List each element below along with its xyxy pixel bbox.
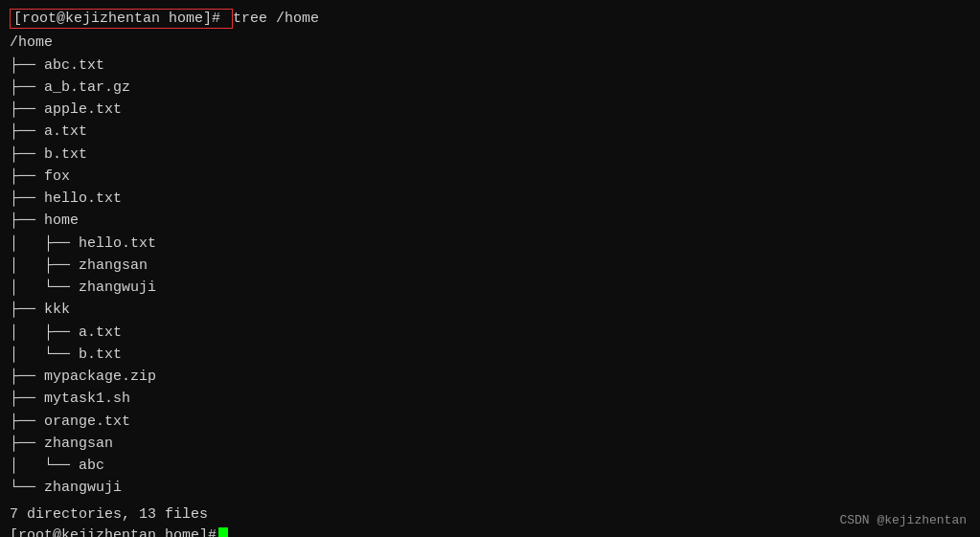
tree-line-20: └── zhangwuji <box>10 477 970 499</box>
tree-line-12: ├── kkk <box>10 299 970 321</box>
tree-line-6: ├── fox <box>10 166 970 188</box>
watermark: CSDN @kejizhentan <box>839 513 967 527</box>
tree-line-3: ├── apple.txt <box>10 99 970 121</box>
tree-line-5: ├── b.txt <box>10 144 970 166</box>
terminal: [root@kejizhentan home]# tree /home /hom… <box>0 0 980 537</box>
next-prompt-line: [root@kejizhentan home]# <box>10 527 970 537</box>
tree-line-9: │ ├── hello.txt <box>10 233 970 255</box>
tree-line-14: │ └── b.txt <box>10 344 970 366</box>
next-prompt-text: [root@kejizhentan home]# <box>10 527 217 537</box>
cursor <box>218 527 228 537</box>
tree-line-17: ├── orange.txt <box>10 411 970 433</box>
tree-line-13: │ ├── a.txt <box>10 322 970 344</box>
command-text: tree /home <box>233 11 319 27</box>
tree-line-16: ├── mytask1.sh <box>10 388 970 410</box>
command-line: [root@kejizhentan home]# tree /home <box>10 8 970 30</box>
tree-line-7: ├── hello.txt <box>10 188 970 210</box>
tree-line-18: ├── zhangsan <box>10 433 970 455</box>
tree-line-4: ├── a.txt <box>10 121 970 143</box>
prompt-text: [root@kejizhentan home]# <box>13 11 220 27</box>
tree-line-8: ├── home <box>10 210 970 232</box>
summary-line: 7 directories, 13 files <box>10 503 970 526</box>
tree-line-1: ├── abc.txt <box>10 55 970 77</box>
tree-line-15: ├── mypackage.zip <box>10 366 970 388</box>
tree-root: /home <box>10 32 970 54</box>
tree-line-10: │ ├── zhangsan <box>10 255 970 277</box>
tree-line-19: │ └── abc <box>10 455 970 477</box>
prompt-box: [root@kejizhentan home]# <box>10 9 233 29</box>
tree-line-11: │ └── zhangwuji <box>10 277 970 299</box>
tree-line-2: ├── a_b.tar.gz <box>10 77 970 99</box>
